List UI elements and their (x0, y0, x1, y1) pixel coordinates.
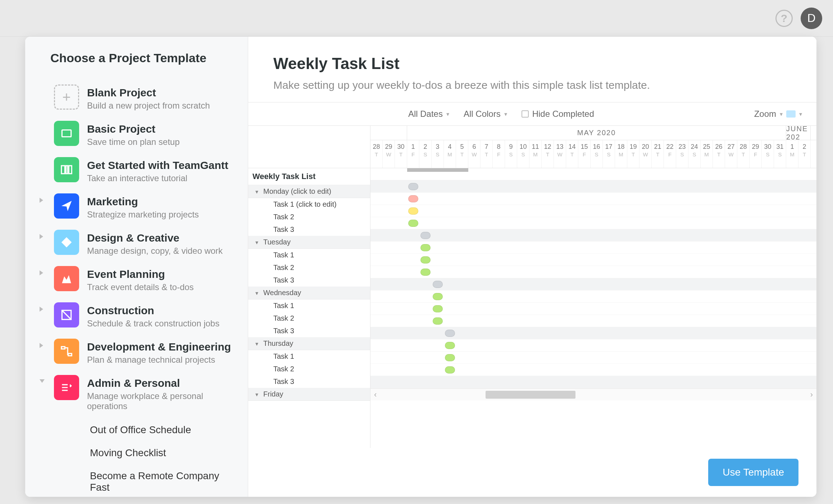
category-event[interactable]: Event PlanningTrack event details & to-d… (25, 261, 248, 297)
timeline-row (370, 339, 816, 352)
task-row[interactable]: Task 1 (248, 350, 370, 363)
gantt-bar[interactable] (433, 305, 443, 312)
task-group[interactable]: Wednesday (248, 287, 370, 299)
task-row[interactable]: Task 3 (248, 325, 370, 337)
task-row[interactable]: Task 1 (click to edit) (248, 198, 370, 211)
gantt-bar[interactable] (433, 317, 443, 325)
category-basic[interactable]: Basic ProjectSave time on plan setup (25, 116, 248, 152)
admin-icon (54, 375, 79, 400)
task-row[interactable]: Task 2 (248, 261, 370, 274)
template-item[interactable]: Become a Remote Company Fast (25, 464, 248, 497)
chevron-down-icon: ▾ (504, 111, 507, 118)
chevron-right-icon[interactable] (40, 198, 43, 203)
timeline-scrollbar[interactable]: ‹ › (370, 388, 816, 400)
category-admin[interactable]: Admin & PersonalManage workplace & perso… (25, 370, 248, 416)
filter-colors[interactable]: All Colors▾ (464, 109, 507, 119)
gantt-bar[interactable] (420, 256, 431, 264)
gantt-bar[interactable] (420, 244, 431, 251)
timeline-row (370, 315, 816, 327)
gantt-bar[interactable] (408, 195, 418, 202)
task-group[interactable]: Tuesday (248, 236, 370, 249)
preview-title: Weekly Task List (273, 55, 791, 73)
chevron-right-icon[interactable] (40, 343, 43, 348)
date-cell: 1M (786, 140, 798, 168)
gantt-bar[interactable] (408, 207, 418, 215)
svg-rect-1 (62, 166, 65, 174)
category-subtitle: Plan & manage technical projects (87, 355, 231, 365)
task-row[interactable]: Task 3 (248, 375, 370, 388)
task-row[interactable]: Task 3 (248, 274, 370, 287)
filter-hide-completed[interactable]: Hide Completed (522, 109, 594, 119)
category-subtitle: Build a new project from scratch (87, 101, 210, 111)
category-title: Event Planning (87, 268, 194, 280)
date-cell: 7T (481, 140, 493, 168)
task-group[interactable]: Thursday (248, 337, 370, 350)
chevron-right-icon[interactable] (40, 270, 43, 275)
gantt-bar[interactable] (433, 281, 443, 288)
preview-description: Make setting up your weekly to-dos a bre… (273, 79, 791, 91)
task-row[interactable]: Task 1 (248, 299, 370, 312)
task-row[interactable]: Task 3 (248, 223, 370, 236)
timeline-row (370, 327, 816, 339)
date-cell: 16S (591, 140, 603, 168)
scroll-thumb[interactable] (486, 391, 575, 399)
timeline-row (370, 278, 816, 290)
category-title: Development & Engineering (87, 341, 231, 353)
scroll-left-icon[interactable]: ‹ (374, 390, 377, 399)
task-row[interactable]: Task 1 (248, 249, 370, 261)
date-cell: 22F (664, 140, 676, 168)
getstarted-icon (54, 157, 79, 182)
task-row[interactable]: Task 2 (248, 211, 370, 223)
gantt-bar[interactable] (445, 366, 455, 374)
chevron-down-icon[interactable] (40, 379, 45, 383)
task-row[interactable]: Task 2 (248, 363, 370, 375)
timeline-rows (370, 168, 816, 388)
category-blank[interactable]: +Blank ProjectBuild a new project from s… (25, 79, 248, 116)
gantt-bar[interactable] (433, 293, 443, 300)
template-picker-modal: Choose a Project Template +Blank Project… (25, 37, 816, 497)
category-title: Admin & Personal (87, 377, 241, 389)
gantt-bar[interactable] (445, 342, 455, 349)
date-cell: 27W (725, 140, 737, 168)
category-design[interactable]: Design & CreativeManage design, copy, & … (25, 225, 248, 261)
gantt-bar[interactable] (408, 220, 418, 227)
date-cell: 2T (798, 140, 811, 168)
date-cell: 18M (615, 140, 627, 168)
gantt-bar[interactable] (420, 269, 431, 276)
event-icon (54, 266, 79, 291)
timeline-row (370, 266, 816, 278)
date-cell: 30T (395, 140, 407, 168)
help-icon[interactable]: ? (775, 10, 793, 27)
date-cell: 26T (713, 140, 725, 168)
gantt-bar[interactable] (445, 330, 455, 337)
task-group[interactable]: Friday (248, 388, 370, 401)
avatar[interactable]: D (801, 8, 822, 29)
timeline-row (370, 205, 816, 217)
chevron-right-icon[interactable] (40, 307, 43, 312)
task-group[interactable]: Monday (click to edit) (248, 185, 370, 198)
task-row[interactable]: Task 2 (248, 312, 370, 325)
timeline-row (370, 229, 816, 242)
filter-dates[interactable]: All Dates▾ (408, 109, 449, 119)
category-dev[interactable]: Development & EngineeringPlan & manage t… (25, 334, 248, 370)
zoom-swatch-icon (786, 110, 796, 118)
date-cell: 20W (639, 140, 652, 168)
month-label: JUNE 202 (786, 126, 811, 140)
gantt-bar[interactable] (420, 232, 431, 239)
template-item[interactable]: Out of Office Schedule (25, 418, 248, 441)
category-construction[interactable]: ConstructionSchedule & track constructio… (25, 297, 248, 334)
timeline-row (370, 217, 816, 229)
scroll-right-icon[interactable]: › (810, 390, 813, 399)
category-marketing[interactable]: MarketingStrategize marketing projects (25, 188, 248, 225)
gantt-bar[interactable] (408, 183, 418, 190)
category-getstarted[interactable]: Get Started with TeamGanttTake an intera… (25, 152, 248, 188)
svg-rect-5 (62, 347, 65, 349)
gantt-bar[interactable] (445, 354, 455, 361)
date-cell: 2S (419, 140, 432, 168)
chevron-right-icon[interactable] (40, 234, 43, 239)
use-template-button[interactable]: Use Template (708, 459, 798, 486)
category-title: Marketing (87, 196, 199, 207)
template-item[interactable]: Moving Checklist (25, 441, 248, 464)
zoom-control[interactable]: Zoom▾ ▾ (754, 109, 802, 119)
date-cell: 15F (578, 140, 591, 168)
